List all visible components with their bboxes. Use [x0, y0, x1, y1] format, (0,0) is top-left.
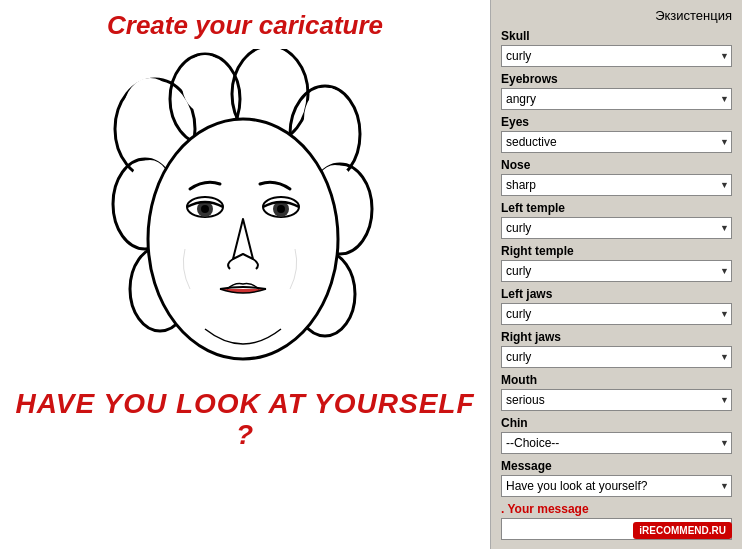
your-message-label: . Your message: [501, 502, 732, 516]
label-mouth: Mouth: [501, 373, 732, 387]
svg-point-19: [201, 205, 209, 213]
select-left-jaws[interactable]: curly: [501, 303, 732, 325]
top-bar: Экзистенция: [501, 8, 732, 23]
select-nose[interactable]: sharp: [501, 174, 732, 196]
svg-point-1: [125, 79, 175, 139]
svg-point-16: [148, 119, 338, 359]
label-right-temple: Right temple: [501, 244, 732, 258]
svg-point-7: [305, 89, 349, 149]
label-eyes: Eyes: [501, 115, 732, 129]
field-group-skull: Skullcurly: [501, 29, 732, 67]
field-group-chin: Chin--Choice--: [501, 416, 732, 454]
field-group-right-jaws: Right jawscurly: [501, 330, 732, 368]
existence-label: Экзистенция: [655, 8, 732, 23]
field-group-eyebrows: Eyebrowsangry: [501, 72, 732, 110]
page-title: Create your caricature: [107, 10, 383, 41]
select-eyebrows[interactable]: angry: [501, 88, 732, 110]
field-group-left-temple: Left templecurly: [501, 201, 732, 239]
svg-point-22: [277, 205, 285, 213]
select-mouth[interactable]: serious: [501, 389, 732, 411]
label-nose: Nose: [501, 158, 732, 172]
svg-point-5: [249, 49, 297, 109]
label-right-jaws: Right jaws: [501, 330, 732, 344]
label-message: Message: [501, 459, 732, 473]
select-right-temple[interactable]: curly: [501, 260, 732, 282]
field-group-left-jaws: Left jawscurly: [501, 287, 732, 325]
caricature-svg: [85, 49, 405, 379]
select-eyes[interactable]: seductive: [501, 131, 732, 153]
ok-section: OK: [501, 545, 732, 549]
fields-container: SkullcurlyEyebrowsangryEyesseductiveNose…: [501, 29, 732, 497]
select-right-jaws[interactable]: curly: [501, 346, 732, 368]
svg-point-3: [183, 56, 227, 112]
right-panel: Экзистенция SkullcurlyEyebrowsangryEyess…: [490, 0, 742, 549]
field-group-mouth: Mouthserious: [501, 373, 732, 411]
label-chin: Chin: [501, 416, 732, 430]
bottom-text: HAVE YOU LOOK AT YOURSELF ?: [15, 389, 475, 451]
field-group-right-temple: Right templecurly: [501, 244, 732, 282]
field-group-nose: Nosesharp: [501, 158, 732, 196]
select-message[interactable]: Have you look at yourself?: [501, 475, 732, 497]
select-chin[interactable]: --Choice--: [501, 432, 732, 454]
label-left-temple: Left temple: [501, 201, 732, 215]
left-panel: Create your caricature: [0, 0, 490, 549]
select-skull[interactable]: curly: [501, 45, 732, 67]
label-eyebrows: Eyebrows: [501, 72, 732, 86]
irecommend-badge: iRECOMMEND.RU: [633, 522, 732, 539]
field-group-eyes: Eyesseductive: [501, 115, 732, 153]
field-group-message: MessageHave you look at yourself?: [501, 459, 732, 497]
caricature-image: [85, 49, 405, 379]
label-skull: Skull: [501, 29, 732, 43]
select-left-temple[interactable]: curly: [501, 217, 732, 239]
label-left-jaws: Left jaws: [501, 287, 732, 301]
